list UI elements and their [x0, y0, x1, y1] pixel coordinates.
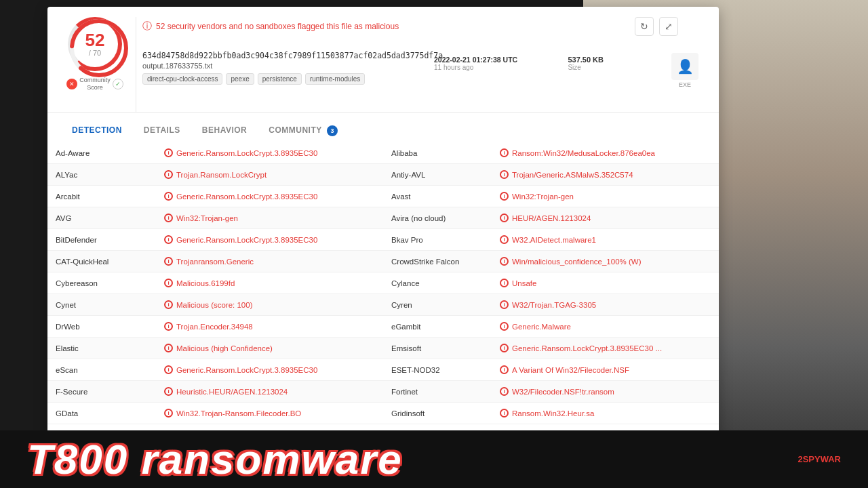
- table-row: BitDefenderiGeneric.Ransom.LockCrypt.3.8…: [47, 229, 719, 251]
- vendor-name: CrowdStrike Falcon: [383, 251, 492, 272]
- vendor-name: Ad-Aware: [47, 142, 156, 163]
- vendor-name: Fortinet: [383, 381, 492, 402]
- brand-number: 2: [797, 454, 802, 464]
- tab-detection[interactable]: DETECTION: [61, 119, 133, 144]
- detection-icon: i: [500, 257, 509, 266]
- detection-result: iGeneric.Ransom.LockCrypt.3.8935EC30: [156, 142, 383, 163]
- refresh-button[interactable]: ↻: [635, 17, 654, 36]
- vendor-name: Emsisoft: [383, 338, 492, 359]
- table-row: GDataiWin32.Trojan-Ransom.Filecoder.BOGr…: [47, 403, 719, 424]
- table-row: eScaniGeneric.Ransom.LockCrypt.3.8935EC3…: [47, 359, 719, 381]
- detection-result: iGeneric.Ransom.LockCrypt.3.8935EC30: [156, 229, 383, 250]
- vendor-name: DrWeb: [47, 316, 156, 337]
- size-label: Size: [568, 64, 604, 71]
- detection-result: iWin32.Trojan-Ransom.Filecoder.BO: [156, 403, 383, 424]
- tab-community[interactable]: COMMUNITY 3: [258, 119, 349, 144]
- vendor-name: eGambit: [383, 316, 492, 337]
- detection-icon: i: [164, 257, 173, 266]
- file-tag: persistence: [258, 73, 302, 85]
- community-badge: 3: [327, 125, 338, 136]
- detection-icon: i: [500, 322, 509, 331]
- horizontal-divider: [47, 112, 719, 113]
- file-date-value: 2022-02-21 01:27:38 UTC: [434, 56, 536, 64]
- vertical-divider: [136, 17, 136, 112]
- vendor-name: ESET-NOD32: [383, 359, 492, 380]
- detection-result: iGeneric.Ransom.LockCrypt.3.8935EC30 ...: [492, 338, 719, 359]
- virustotal-panel: ⓘ 52 security vendors and no sandboxes f…: [47, 7, 719, 437]
- vendor-name: AVG: [47, 207, 156, 228]
- detection-result: iHeuristic.HEUR/AGEN.1213024: [156, 381, 383, 402]
- detection-icon: i: [500, 344, 509, 352]
- vendor-name: F-Secure: [47, 381, 156, 402]
- detection-result: iTrojan.Ransom.LockCrypt: [156, 164, 383, 185]
- detection-icon: i: [500, 409, 509, 418]
- detection-result: iWin32:Trojan-gen: [492, 186, 719, 207]
- detection-result: iGeneric.Ransom.LockCrypt.3.8935EC30: [156, 186, 383, 207]
- table-row: DrWebiTrojan.Encoder.34948eGambitiGeneri…: [47, 316, 719, 338]
- bottom-title: T800 ransomware: [27, 435, 403, 483]
- detection-icon: i: [500, 148, 509, 157]
- detection-icon: i: [164, 365, 173, 374]
- file-tag: peexe: [226, 73, 254, 85]
- detection-icon: i: [500, 279, 509, 287]
- detection-icon: i: [500, 192, 509, 201]
- vendor-name: Bkav Pro: [383, 229, 492, 250]
- vendor-name: BitDefender: [47, 229, 156, 250]
- detection-result: iW32/Filecoder.NSF!tr.ransom: [492, 381, 719, 402]
- alert-bar: ⓘ 52 security vendors and no sandboxes f…: [142, 17, 678, 36]
- detection-table: Ad-AwareiGeneric.Ransom.LockCrypt.3.8935…: [47, 142, 719, 437]
- community-like-button[interactable]: ✓: [113, 79, 123, 89]
- alert-icon: ⓘ: [142, 20, 152, 33]
- community-dislike-button[interactable]: ✕: [66, 79, 77, 89]
- file-date: 2022-02-21 01:27:38 UTC 11 hours ago: [434, 56, 536, 71]
- detection-icon: i: [500, 300, 509, 309]
- detection-icon: i: [164, 387, 173, 396]
- vendor-name: GData: [47, 403, 156, 424]
- brand-logo: 2SPYWAR: [797, 454, 841, 464]
- tab-details[interactable]: DETAILS: [133, 119, 191, 144]
- detection-icon: i: [164, 322, 173, 331]
- vendor-name: ALYac: [47, 164, 156, 185]
- detection-icon: i: [500, 365, 509, 374]
- detection-result: iTrojanransom.Generic: [156, 251, 383, 272]
- vendor-name: CAT-QuickHeal: [47, 251, 156, 272]
- file-tags: direct-cpu-clock-accesspeexepersistencer…: [142, 73, 665, 85]
- detection-icon: i: [500, 235, 509, 244]
- score-circle: 52 / 70: [68, 17, 122, 71]
- vendor-name: Avira (no cloud): [383, 207, 492, 228]
- table-row: ArcabitiGeneric.Ransom.LockCrypt.3.8935E…: [47, 186, 719, 207]
- tab-behavior[interactable]: BEHAVIOR: [191, 119, 258, 144]
- detection-icon: i: [164, 148, 173, 157]
- score-area: 52 / 70 ✕ CommunityScore ✓: [58, 17, 132, 95]
- file-meta: 537.50 KB Size: [568, 56, 604, 71]
- vendor-name: Cynet: [47, 294, 156, 315]
- detection-icon: i: [500, 387, 509, 396]
- svg-rect-16: [774, 290, 778, 293]
- svg-rect-12: [760, 258, 814, 339]
- vendor-name: Cybereason: [47, 272, 156, 293]
- detection-result: iUnsafe: [492, 272, 719, 293]
- expand-button[interactable]: ⤢: [659, 17, 678, 36]
- detection-result: iW32.AIDetect.malware1: [492, 229, 719, 250]
- table-row: Ad-AwareiGeneric.Ransom.LockCrypt.3.8935…: [47, 142, 719, 164]
- alert-actions: ↻ ⤢: [635, 17, 678, 36]
- detection-result: iA Variant Of Win32/Filecoder.NSF: [492, 359, 719, 380]
- detection-result: iMalicious (score: 100): [156, 294, 383, 315]
- detection-result: iTrojan.Encoder.34948: [156, 316, 383, 337]
- svg-point-9: [764, 142, 789, 237]
- tabs-bar: DETECTION DETAILS BEHAVIOR COMMUNITY 3: [47, 119, 719, 144]
- detection-icon: i: [164, 235, 173, 244]
- table-row: CybereasoniMalicious.6199fdCylanceiUnsaf…: [47, 272, 719, 294]
- table-row: CynetiMalicious (score: 100)CyreniW32/Tr…: [47, 294, 719, 316]
- file-size: 537.50 KB: [568, 56, 604, 64]
- table-row: ALYaciTrojan.Ransom.LockCryptAntiy-AVLiT…: [47, 164, 719, 186]
- alert-text: 52 security vendors and no sandboxes fla…: [156, 22, 399, 31]
- exe-label: EXE: [679, 81, 691, 88]
- bottom-bar: T800 ransomware 2SPYWAR: [0, 430, 868, 488]
- detection-result: iHEUR/AGEN.1213024: [492, 207, 719, 228]
- vendor-name: Cylance: [383, 272, 492, 293]
- vendor-name: Elastic: [47, 338, 156, 359]
- vendor-name: Alibaba: [383, 142, 492, 163]
- detection-result: iTrojan/Generic.ASMalwS.352C574: [492, 164, 719, 185]
- detection-result: iWin/malicious_confidence_100% (W): [492, 251, 719, 272]
